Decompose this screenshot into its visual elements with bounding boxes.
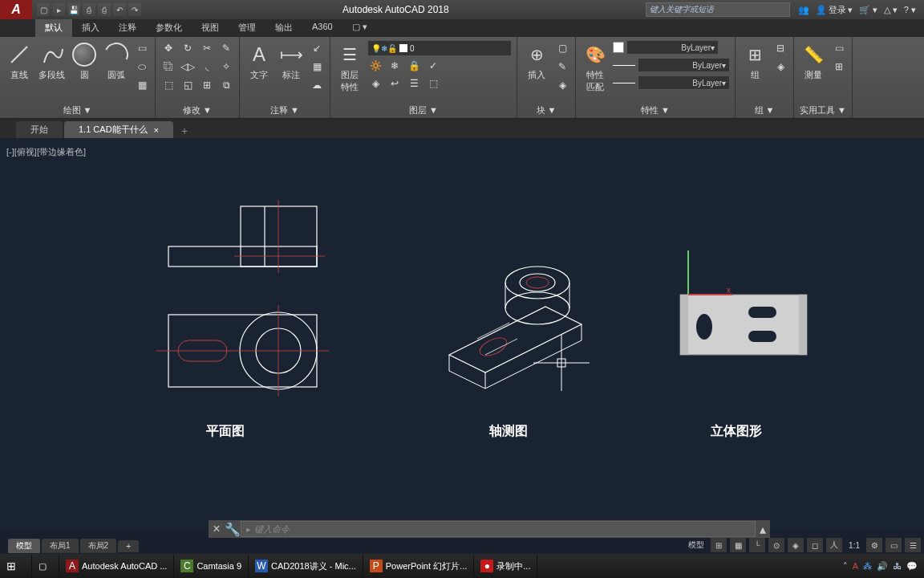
ungroup-icon[interactable]: ⊟ [772, 40, 788, 56]
search-input[interactable]: 键入关键字或短语 [646, 2, 790, 17]
layout-tab-1[interactable]: 布局1 [42, 539, 79, 553]
edit-block-icon[interactable]: ✎ [554, 59, 570, 75]
create-block-icon[interactable]: ▢ [554, 40, 570, 56]
task-powerpoint[interactable]: PPowerPoint 幻灯片... [363, 555, 474, 577]
rect-icon[interactable]: ▭ [134, 40, 150, 56]
dim-button[interactable]: ⟼ 标注 [277, 40, 306, 83]
custom-icon[interactable]: ☰ [905, 538, 921, 552]
scale-icon[interactable]: ◱ [180, 77, 196, 93]
tab-default[interactable]: 默认 [35, 19, 72, 37]
panel-draw-label[interactable]: 绘图 ▼ [5, 103, 150, 118]
snap-icon[interactable]: ▦ [730, 538, 746, 552]
panel-modify-label[interactable]: 修改 ▼ [160, 103, 234, 118]
tab-manage[interactable]: 管理 [229, 19, 265, 37]
open-icon[interactable]: ▸ [52, 3, 65, 16]
tray-bt-icon[interactable]: ⁂ [863, 561, 872, 572]
tab-parametric[interactable]: 参数化 [146, 19, 192, 37]
anno-icon[interactable]: 人 [826, 538, 842, 552]
file-tab-active[interactable]: 1.1 CAD能干什么 × [64, 121, 173, 138]
panel-props-label[interactable]: 特性 ▼ [581, 103, 730, 118]
layer-lock-icon[interactable]: 🔒 [406, 58, 422, 74]
color-dropdown[interactable]: ByLayer ▾ [626, 40, 719, 55]
hatch-icon[interactable]: ▦ [134, 77, 150, 93]
layer-freeze-icon[interactable]: ❄ [387, 58, 403, 74]
add-tab-button[interactable]: + [175, 124, 194, 138]
cloud-icon[interactable]: ☁ [309, 77, 325, 93]
tray-up-icon[interactable]: ˄ [843, 561, 848, 572]
panel-group-label[interactable]: 组 ▼ [740, 103, 788, 118]
taskview-icon[interactable]: ▢ [32, 555, 59, 577]
group-button[interactable]: ⊞ 组 [740, 40, 769, 83]
polar-icon[interactable]: ⊙ [768, 538, 784, 552]
layer-state-icon[interactable]: ☰ [406, 75, 422, 92]
ortho-icon[interactable]: └ [749, 538, 765, 552]
file-tab-start[interactable]: 开始 [16, 121, 63, 138]
login-button[interactable]: 👤 登录 ▾ [816, 4, 853, 16]
select-icon[interactable]: ▭ [831, 40, 847, 56]
measure-button[interactable]: 📏 测量 [799, 40, 828, 83]
task-word[interactable]: WCAD2018讲义 - Mic... [249, 555, 363, 577]
tray-net-icon[interactable]: 🖧 [893, 561, 902, 571]
table-icon[interactable]: ▦ [309, 59, 325, 75]
stretch-icon[interactable]: ⬚ [160, 77, 176, 93]
cmd-tools-icon[interactable]: 🔧 [225, 521, 241, 537]
layout-tab-add[interactable]: + [118, 540, 139, 552]
fillet-icon[interactable]: ◟ [199, 59, 215, 75]
move-icon[interactable]: ✥ [160, 40, 176, 56]
explode-icon[interactable]: ✧ [218, 59, 234, 75]
tray-act-icon[interactable]: 💬 [906, 561, 918, 572]
group-edit-icon[interactable]: ◈ [772, 59, 788, 75]
cmd-close-icon[interactable]: × [209, 521, 225, 537]
lineweight-dropdown[interactable]: ByLayer ▾ [638, 58, 730, 72]
exchange-icon[interactable]: 🛒 ▾ [859, 5, 877, 15]
ellipse-icon[interactable]: ⬭ [134, 59, 150, 75]
tab-insert[interactable]: 插入 [72, 19, 109, 37]
insert-button[interactable]: ⊕ 插入 [522, 40, 551, 83]
status-scale[interactable]: 1:1 [845, 541, 863, 550]
osnap-icon[interactable]: ◻ [807, 538, 823, 552]
layout-tab-2[interactable]: 布局2 [80, 539, 117, 553]
drawing-area[interactable]: [-][俯视][带边缘着色] [0, 138, 924, 530]
tab-output[interactable]: 输出 [265, 19, 302, 37]
start-button[interactable]: ⊞ [0, 555, 32, 577]
layer-iso-icon[interactable]: ◈ [367, 75, 383, 92]
save-icon[interactable]: 💾 [67, 3, 80, 16]
help-icon[interactable]: ? ▾ [904, 5, 916, 15]
close-tab-icon[interactable]: × [154, 125, 159, 135]
max-icon[interactable]: ▭ [886, 538, 902, 552]
layout-tab-model[interactable]: 模型 [8, 539, 40, 553]
undo-icon[interactable]: ↶ [113, 3, 126, 16]
arc-button[interactable]: 圆弧 [102, 40, 131, 83]
iso-icon[interactable]: ◈ [788, 538, 804, 552]
task-recording[interactable]: ●录制中... [474, 555, 537, 577]
panel-layers-label[interactable]: 图层 ▼ [335, 103, 512, 118]
grid-icon[interactable]: ⊞ [711, 538, 727, 552]
tray-vol-icon[interactable]: 🔊 [877, 561, 888, 572]
rotate-icon[interactable]: ↻ [180, 40, 196, 56]
task-autocad[interactable]: AAutodesk AutoCAD ... [59, 555, 174, 577]
cmd-expand-icon[interactable]: ▴ [756, 522, 770, 537]
tray-a-icon[interactable]: A [853, 561, 858, 571]
stayconnected-icon[interactable]: △ ▾ [884, 5, 898, 15]
new-icon[interactable]: ▢ [37, 3, 50, 16]
tab-featured[interactable]: ▢ ▾ [342, 19, 377, 37]
layer-walk-icon[interactable]: ⬚ [425, 75, 441, 92]
panel-annotate-label[interactable]: 注释 ▼ [245, 103, 325, 118]
panel-block-label[interactable]: 块 ▼ [522, 103, 570, 118]
erase-icon[interactable]: ✎ [218, 40, 234, 56]
trim-icon[interactable]: ✂ [199, 40, 215, 56]
saveas-icon[interactable]: ⎙ [83, 3, 95, 16]
gear-icon[interactable]: ⚙ [866, 538, 882, 552]
layer-props-button[interactable]: ☰ 图层 特性 [335, 40, 364, 95]
task-camtasia[interactable]: CCamtasia 9 [174, 555, 249, 577]
app-logo[interactable]: A [0, 0, 32, 19]
mirror-icon[interactable]: ◁▷ [180, 59, 196, 75]
text-button[interactable]: A 文字 [245, 40, 274, 83]
calc-icon[interactable]: ⊞ [831, 59, 847, 75]
tab-annotate[interactable]: 注释 [109, 19, 146, 37]
redo-icon[interactable]: ↷ [128, 3, 141, 16]
attr-icon[interactable]: ◈ [554, 77, 570, 93]
command-input[interactable]: ▸ 键入命令 [241, 521, 756, 537]
panel-utils-label[interactable]: 实用工具 ▼ [799, 103, 847, 118]
infocenter-icon[interactable]: 👥 [798, 5, 809, 15]
